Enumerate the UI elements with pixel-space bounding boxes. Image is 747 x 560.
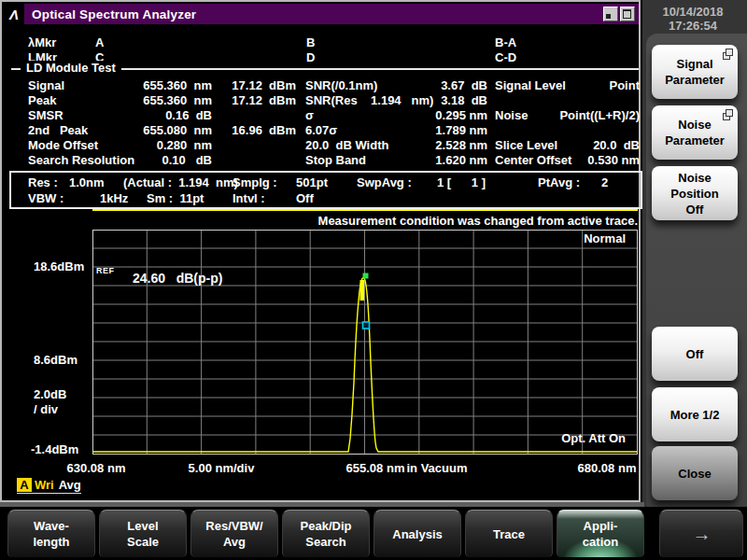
fkey-application[interactable]: Appli- cation xyxy=(557,510,644,557)
softkey-signal-parameter[interactable]: Signal Parameter xyxy=(652,45,738,99)
swpavg-value: 1 [ 1 ] xyxy=(437,175,486,190)
table-row: SMSR 0.16 dB σ 0.295 nm Noise Point((L+R… xyxy=(2,108,642,123)
fkey-label: Level Scale xyxy=(127,518,159,550)
maximize-button[interactable] xyxy=(620,7,635,21)
x-axis-div-label: 5.00 nm/div xyxy=(170,461,273,475)
intvl-label: Intvl : xyxy=(233,191,265,206)
trace-write-mode: Wri xyxy=(35,478,54,492)
title-bar: Λ Optical Spectrum Analyzer xyxy=(4,4,639,24)
y-axis-bottom-label: -1.4dBm xyxy=(31,442,78,456)
softkey-noise-parameter[interactable]: Noise Parameter xyxy=(652,105,738,160)
intvl-value: Off xyxy=(296,191,314,206)
softkey-off[interactable]: Off xyxy=(652,327,738,381)
time: 17:26:54 xyxy=(642,19,743,33)
param-value: 16.96 dBm xyxy=(219,123,296,138)
wl-marker-label: λMkr xyxy=(28,35,56,50)
softkey-label: Close xyxy=(678,466,711,482)
param-value: 20.0 dB xyxy=(521,138,640,153)
param-label: 20.0 dB Width xyxy=(305,138,388,153)
minimize-button[interactable] xyxy=(603,7,618,21)
fkey-more-menu[interactable]: → xyxy=(659,510,743,557)
active-trace-indicator: A Wri Avg xyxy=(17,478,81,494)
noise-marker-icon xyxy=(363,322,370,329)
swpavg-label: SwpAvg : xyxy=(357,175,412,190)
datetime: 10/14/2018 17:26:54 xyxy=(642,5,743,33)
softkey-close[interactable]: Close xyxy=(652,446,738,500)
param-value: 0.16 dB xyxy=(91,108,212,123)
param-value: 17.12 dBm xyxy=(219,78,296,93)
param-value: 3.18 dB xyxy=(388,93,487,108)
trace-mode-label: Normal xyxy=(504,231,626,245)
softkey-noise-position[interactable]: Noise Position Off xyxy=(652,166,738,220)
fkey-label: Wave- length xyxy=(34,518,70,550)
res-value: 1.0nm xyxy=(69,175,105,190)
softkey-more[interactable]: More 1/2 xyxy=(652,387,738,441)
dialog-icon xyxy=(723,49,733,60)
softkey-label: More 1/2 xyxy=(670,407,720,423)
marker-ba-label: B-A xyxy=(495,35,516,50)
param-label: Mode Offset xyxy=(28,138,98,153)
fkey-label: Peak/Dip Search xyxy=(301,518,352,550)
table-row: Mode Offset 0.280 nm 20.0 dB Width 2.528… xyxy=(2,138,642,153)
param-value: 655.360 nm xyxy=(91,93,212,108)
y-axis-scale-label: 2.0dB xyxy=(34,387,66,401)
date: 10/14/2018 xyxy=(642,5,743,19)
param-label: Signal xyxy=(28,78,64,93)
fkey-wavelength[interactable]: Wave- length xyxy=(7,510,95,557)
param-value: Point((L+R)/2) xyxy=(521,108,640,123)
param-value: 2.528 nm xyxy=(388,138,487,153)
fkey-analysis[interactable]: Analysis xyxy=(374,510,461,557)
y-axis-scale-unit: / div xyxy=(34,402,58,416)
ptavg-label: PtAvg : xyxy=(538,175,580,190)
dialog-icon xyxy=(723,109,733,120)
res-actual: (Actual : 1.194 nm) xyxy=(123,175,238,190)
vbw-value: 1kHz xyxy=(100,191,128,206)
trace-slot-badge: A xyxy=(17,478,32,492)
fkey-label: Appli- cation xyxy=(583,518,618,550)
param-label: SNR(/0.1nm) xyxy=(305,78,377,93)
softkey-panel: 10/14/2018 17:26:54 Signal Parameter Noi… xyxy=(642,0,747,560)
fkey-trace[interactable]: Trace xyxy=(465,510,553,557)
smplg-label: Smplg : xyxy=(233,175,277,190)
ref-label: REF xyxy=(96,266,115,275)
ref-value: 24.60 dB(p-p) xyxy=(133,271,222,286)
fkey-peak-dip-search[interactable]: Peak/Dip Search xyxy=(282,510,370,557)
grid-lines xyxy=(92,230,638,455)
param-value: 0.530 nm xyxy=(521,153,640,168)
param-value: 0.295 nm xyxy=(388,108,487,123)
param-value: 1.620 nm xyxy=(388,153,487,168)
function-key-bar: Wave- length Level Scale Res/VBW/ Avg Pe… xyxy=(0,507,747,560)
softkey-label: Noise Parameter xyxy=(665,117,725,148)
fkey-label: Res/VBW/ Avg xyxy=(205,518,262,550)
x-axis-medium-label: in Vacuum xyxy=(386,461,488,475)
table-row: 2nd Peak 655.080 nm 16.96 dBm 6.07σ 1.78… xyxy=(2,123,642,138)
param-value: 17.12 dBm xyxy=(219,93,296,108)
window-title: Optical Spectrum Analyzer xyxy=(32,7,196,21)
ptavg-value: 2 xyxy=(601,175,608,190)
marker-cd-label: C-D xyxy=(495,50,516,65)
param-label: SMSR xyxy=(28,108,63,123)
osa-window: Λ Optical Spectrum Analyzer λMkr A B B-A… xyxy=(0,0,641,502)
fkey-label: Analysis xyxy=(392,526,442,542)
softkey-label: Signal Parameter xyxy=(665,56,725,88)
param-value: 3.67 dB xyxy=(388,78,487,93)
trace-avg-mode: Avg xyxy=(59,478,81,492)
maximize-icon xyxy=(623,9,631,19)
fkey-res-vbw-avg[interactable]: Res/VBW/ Avg xyxy=(190,510,278,557)
param-value: 1.789 nm xyxy=(388,123,487,138)
param-label: Peak xyxy=(28,93,56,108)
marker-b-label: B xyxy=(306,35,315,50)
param-value: Point xyxy=(521,78,640,93)
minimize-icon xyxy=(606,14,611,19)
param-value: 655.080 nm xyxy=(91,123,212,138)
span-indicator-line xyxy=(92,209,638,211)
vbw-label: VBW : xyxy=(28,191,63,206)
fkey-level-scale[interactable]: Level Scale xyxy=(99,510,187,557)
y-axis-top-label: 18.6dBm xyxy=(34,259,84,273)
param-label: σ xyxy=(305,108,314,123)
smplg-value: 501pt xyxy=(296,175,328,190)
anritsu-logo-icon: Λ xyxy=(4,4,24,24)
table-row: Search Resolution 0.10 dB Stop Band 1.62… xyxy=(2,153,642,168)
opt-att-status: Opt. Att On xyxy=(504,431,626,445)
sweep-settings-box: Res : 1.0nm (Actual : 1.194 nm) Smplg : … xyxy=(9,171,642,209)
